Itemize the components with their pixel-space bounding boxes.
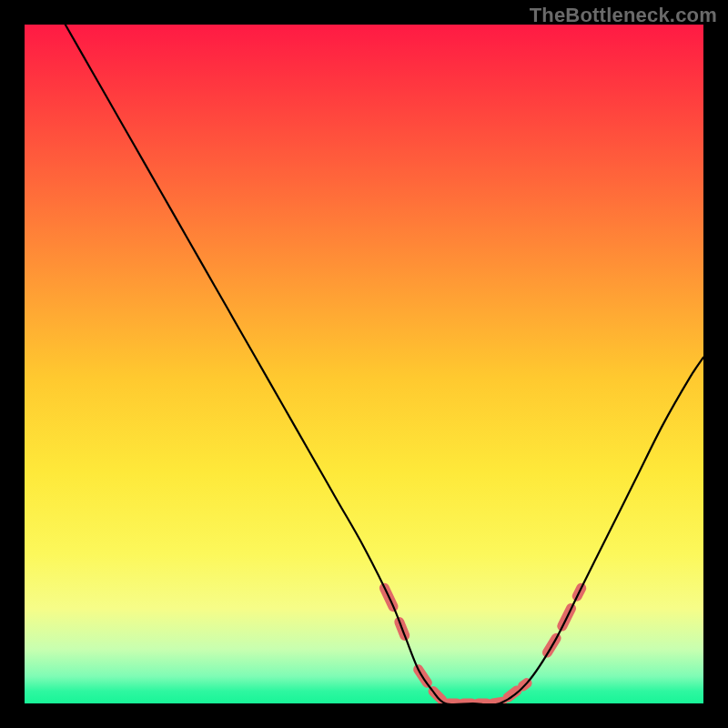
bottleneck-curve-path (66, 25, 703, 703)
chart-frame: TheBottleneck.com (0, 0, 728, 728)
chart-plot-area (25, 25, 703, 703)
watermark-text: TheBottleneck.com (530, 4, 717, 27)
bottleneck-curve-svg (25, 25, 703, 703)
